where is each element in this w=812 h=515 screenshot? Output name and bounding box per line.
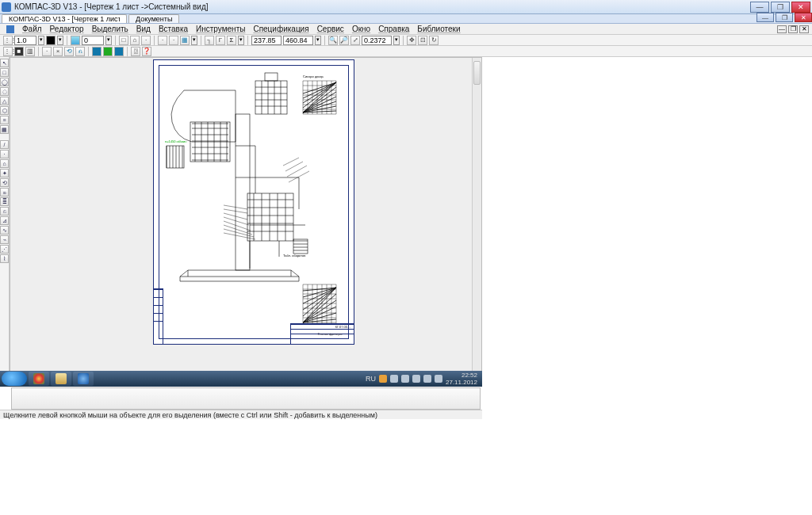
lt-20[interactable]: ⌇ xyxy=(0,254,9,263)
v-scroll-thumb[interactable] xyxy=(473,61,481,85)
tb2-3[interactable]: × xyxy=(53,47,63,56)
line-color-btn[interactable] xyxy=(46,36,56,45)
tb-ico-snap[interactable]: Γ xyxy=(216,36,225,45)
menu-help[interactable]: Справка xyxy=(375,25,412,33)
lt-9[interactable]: · xyxy=(0,150,9,158)
mdi-sys-icon[interactable] xyxy=(6,25,14,33)
pan-icon[interactable]: ✥ xyxy=(407,36,416,45)
menu-tools[interactable]: Инструменты xyxy=(193,25,248,33)
window-close-button[interactable]: ✕ xyxy=(791,2,810,13)
lt-12[interactable]: ⟲ xyxy=(0,178,9,187)
lt-16[interactable]: ⊿ xyxy=(0,216,9,225)
lt-14[interactable]: ≣ xyxy=(0,197,9,206)
bg-min[interactable]: — xyxy=(756,13,774,22)
task-kompas[interactable] xyxy=(73,372,94,386)
tray-icon-3[interactable] xyxy=(401,375,409,383)
mdi-close[interactable]: ✕ xyxy=(799,25,809,33)
coord-dd[interactable]: ▾ xyxy=(315,36,321,45)
drawing-canvas[interactable]: Синхро диагр. Табл. оборотов n=1450 об/м… xyxy=(10,57,482,386)
lt-18[interactable]: ⌁ xyxy=(0,235,9,244)
tb-ico-3[interactable]: · xyxy=(158,36,167,45)
tray-volume-icon[interactable] xyxy=(435,375,442,383)
task-explorer[interactable] xyxy=(51,372,71,386)
tb2-6[interactable] xyxy=(92,47,102,56)
menu-select[interactable]: Выделить xyxy=(89,25,132,33)
mdi-min[interactable]: — xyxy=(777,25,787,33)
lt-7[interactable]: ▦ xyxy=(0,125,9,134)
lt-4[interactable]: △ xyxy=(0,97,9,105)
tray-flag-icon[interactable] xyxy=(423,375,431,383)
window-minimize-button[interactable]: — xyxy=(750,2,769,13)
menu-view[interactable]: Вид xyxy=(133,25,154,33)
grid-dd[interactable]: ▾ xyxy=(191,36,197,45)
tb2-whatsthis-icon[interactable]: ❓ xyxy=(142,47,151,56)
tb-ico-2[interactable]: · xyxy=(141,36,151,45)
tb2-2[interactable]: · xyxy=(42,47,52,56)
lt-19[interactable]: ⋰ xyxy=(0,245,9,254)
menu-libraries[interactable]: Библиотеки xyxy=(414,25,463,33)
lt-15[interactable]: ⎌ xyxy=(0,207,9,216)
tray-icon-2[interactable] xyxy=(390,375,398,383)
lt-0[interactable]: ↖ xyxy=(0,59,9,67)
lt-2[interactable]: ◯ xyxy=(0,78,9,86)
bg-tab-secondary[interactable]: Документы xyxy=(128,14,179,23)
menu-window[interactable]: Окно xyxy=(349,25,373,33)
menu-editor[interactable]: Редактор xyxy=(47,25,87,33)
taskbar-clock[interactable]: 22:52 27.11.2012 xyxy=(446,372,477,386)
menu-spec[interactable]: Спецификация xyxy=(250,25,312,33)
tb-ico-4[interactable]: · xyxy=(169,36,178,45)
zoom-dd[interactable]: ▾ xyxy=(393,36,400,45)
menu-insert[interactable]: Вставка xyxy=(155,25,191,33)
lt-10[interactable]: ⌂ xyxy=(0,159,9,168)
line-style-input[interactable] xyxy=(14,36,36,45)
zoom-input[interactable] xyxy=(362,36,392,45)
tb2-undo-icon[interactable]: ⟲ xyxy=(64,47,74,56)
tb-ico-sigma[interactable]: Σ xyxy=(227,36,236,45)
lt-3[interactable]: ◌ xyxy=(0,87,9,96)
menu-service[interactable]: Сервис xyxy=(314,25,347,33)
redraw-icon[interactable]: ↻ xyxy=(429,36,439,45)
tray-network-icon[interactable] xyxy=(412,375,420,383)
grip2-icon[interactable]: ⋮⋮ xyxy=(3,47,13,56)
lt-17[interactable]: ∿ xyxy=(0,226,9,235)
grip-icon[interactable]: ⋮⋮ xyxy=(3,36,13,45)
tb2-redo-icon[interactable]: ⎌ xyxy=(75,47,85,56)
tb-ico-0[interactable]: □ xyxy=(119,36,128,45)
start-button[interactable] xyxy=(2,372,27,386)
zoom-whole-icon[interactable]: ⊡ xyxy=(418,36,427,45)
sigma-dd[interactable]: ▾ xyxy=(238,36,244,45)
zoom-in-icon[interactable]: 🔍 xyxy=(328,36,338,45)
lt-5[interactable]: ⬡ xyxy=(0,106,9,115)
zoom-out-icon[interactable]: 🔎 xyxy=(339,36,349,45)
bg-max[interactable]: ❐ xyxy=(776,13,793,22)
bg-tab-active[interactable]: КОМПАС-3D V13 - [Чертеж 1 лист ->Системн… xyxy=(2,14,127,23)
tb2-8[interactable] xyxy=(114,47,124,56)
window-maximize-button[interactable]: ❐ xyxy=(771,2,790,13)
lt-13[interactable]: ⎄ xyxy=(0,188,9,196)
mdi-restore[interactable]: ❐ xyxy=(788,25,798,33)
tb2-0[interactable]: ■ xyxy=(14,47,24,56)
lt-8[interactable]: / xyxy=(0,140,9,149)
bg-close[interactable]: ✕ xyxy=(795,13,812,22)
menu-file[interactable]: Файл xyxy=(19,25,45,33)
layer-input[interactable] xyxy=(82,36,104,45)
coord-y-input[interactable] xyxy=(283,36,313,45)
tb2-help-icon[interactable]: ⍰ xyxy=(131,47,140,56)
tb2-7[interactable] xyxy=(103,47,113,56)
line-dd[interactable]: ▾ xyxy=(38,36,44,45)
zoom-fit-icon[interactable]: ⤢ xyxy=(350,36,360,45)
lt-6[interactable]: ≡ xyxy=(0,116,9,124)
tb-ico-ortho[interactable]: ┐ xyxy=(205,36,214,45)
lt-11[interactable]: ✦ xyxy=(0,169,9,177)
lt-1[interactable]: □ xyxy=(0,68,9,77)
lang-indicator[interactable]: RU xyxy=(366,375,376,383)
tray-icon-1[interactable] xyxy=(379,375,387,383)
task-chrome[interactable] xyxy=(29,372,49,386)
coord-x-input[interactable] xyxy=(251,36,282,45)
tb-ico-1[interactable]: ⌂ xyxy=(130,36,140,45)
tb-ico-grid[interactable]: ▦ xyxy=(180,36,190,45)
layer-dd[interactable]: ▾ xyxy=(105,36,112,45)
tb2-1[interactable]: ▥ xyxy=(25,47,35,56)
line-color-dd[interactable]: ▾ xyxy=(57,36,63,45)
vertical-scrollbar[interactable] xyxy=(472,58,481,376)
